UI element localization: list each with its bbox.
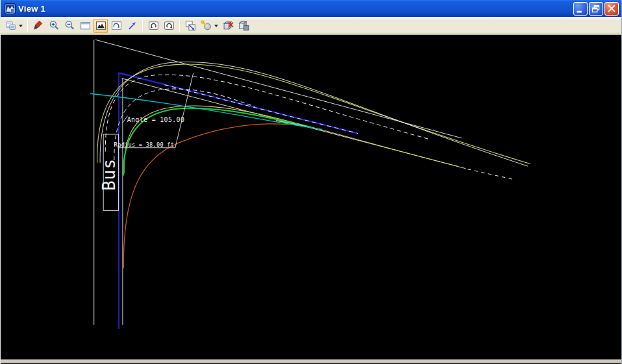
lane-dashes-on-blue xyxy=(164,85,358,134)
toolbar-separator xyxy=(27,19,28,32)
titlebar[interactable]: View 1 xyxy=(1,0,621,17)
minimize-button[interactable] xyxy=(573,2,588,16)
window-area-icon xyxy=(80,20,91,31)
toolbar-separator xyxy=(142,19,143,32)
bus-label: Bus xyxy=(99,158,119,191)
toolbar-button-view-next[interactable] xyxy=(162,19,176,33)
cad-drawing: Angle = 105.00 Radius = 38.00 ft Bus xyxy=(1,35,622,359)
toolbar-button-view-previous[interactable] xyxy=(146,19,160,33)
view-attributes-dropdown-arrow[interactable] xyxy=(19,25,23,27)
angle-dimension-leg-right xyxy=(175,73,193,149)
view-attributes-icon xyxy=(5,20,16,31)
view-canvas[interactable]: Angle = 105.00 Radius = 38.00 ft Bus xyxy=(1,35,622,359)
toolbar-button-window-area[interactable] xyxy=(78,19,92,33)
toolbar-button-pan-view[interactable] xyxy=(125,19,139,33)
view-next-icon xyxy=(164,20,175,31)
vehicle-body-path-green-highlight xyxy=(276,121,306,127)
toolbar-button-view-attributes[interactable] xyxy=(3,19,18,33)
toolbar-button-render-mode[interactable] xyxy=(199,19,213,33)
close-icon xyxy=(605,3,618,15)
toolbar-button-zoom-in[interactable] xyxy=(47,19,61,33)
radius-annotation: Radius = 38.00 ft xyxy=(114,141,174,148)
toolbar-button-update-view[interactable] xyxy=(31,19,45,33)
swept-path-outer-yellow xyxy=(97,64,530,164)
pan-arrow-icon xyxy=(127,20,138,31)
clip-volume-icon xyxy=(223,20,234,31)
zoom-in-icon xyxy=(49,20,60,31)
wheel-path-dashed-outer xyxy=(105,75,429,151)
copy-view-icon xyxy=(185,20,196,31)
restore-icon xyxy=(590,3,603,15)
toolbar-separator xyxy=(179,19,180,32)
view-window: View 1 xyxy=(0,0,622,364)
render-mode-icon xyxy=(201,20,212,31)
clip-mask-icon xyxy=(238,20,249,31)
angle-annotation: Angle = 105.00 xyxy=(127,116,185,123)
view-previous-icon xyxy=(148,20,159,31)
view-toolbar xyxy=(1,17,621,35)
fit-view-icon xyxy=(95,20,106,31)
toolbar-button-clip-volume[interactable] xyxy=(221,19,235,33)
window-title: View 1 xyxy=(18,4,573,14)
update-view-brush-icon xyxy=(33,20,44,31)
restore-button[interactable] xyxy=(589,2,603,16)
toolbar-button-clip-mask[interactable] xyxy=(236,19,251,33)
road-edge-dashed-tail xyxy=(467,169,512,179)
minimize-icon xyxy=(574,3,587,15)
render-mode-dropdown-arrow[interactable] xyxy=(214,25,218,27)
rotate-view-icon xyxy=(111,20,122,31)
toolbar-button-zoom-out[interactable] xyxy=(62,19,77,33)
zoom-out-icon xyxy=(64,20,75,31)
toolbar-button-copy-view[interactable] xyxy=(183,19,197,33)
wheel-path-dashed-inner xyxy=(114,89,255,160)
toolbar-button-fit-view[interactable] xyxy=(93,19,108,33)
toolbar-button-rotate-view[interactable] xyxy=(109,19,123,33)
close-button[interactable] xyxy=(604,2,619,16)
app-icon xyxy=(5,3,16,14)
window-bottom-border xyxy=(1,359,621,363)
